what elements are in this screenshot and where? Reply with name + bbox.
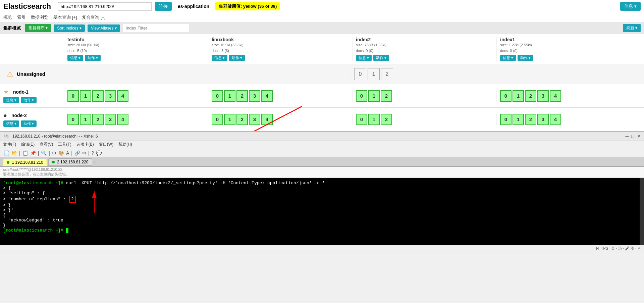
menu-tools[interactable]: 工具(T) — [58, 142, 71, 147]
index2-action-button[interactable]: 动作 ▾ — [373, 55, 389, 61]
shard-box[interactable]: 0 — [500, 90, 512, 102]
tb-icon-paste[interactable]: 📌 — [30, 150, 37, 156]
index-filter-input[interactable] — [123, 24, 190, 32]
shard-box[interactable]: 1 — [224, 114, 235, 125]
tb-icon-help[interactable]: ? — [91, 150, 95, 156]
term-line-1: [root@elasticsearch ~]# curl -XPUT 'http… — [3, 181, 641, 186]
term-prompt-1: [root@elasticsearch ~]# — [3, 181, 66, 186]
shard-box[interactable]: 4 — [261, 114, 273, 125]
tb-icon-copy[interactable]: 📋 — [22, 150, 29, 156]
menu-edit[interactable]: 编辑(E) — [21, 142, 35, 147]
nav-data-browse[interactable]: 数据浏览 — [31, 14, 48, 20]
shard-box[interactable]: 1 — [80, 114, 91, 125]
xshell-tab-2[interactable]: 2 192.168.81.220 — [48, 158, 92, 166]
menu-view[interactable]: 查看(V) — [40, 142, 53, 147]
refresh-button[interactable]: 刷新 ▾ — [623, 24, 641, 32]
shard-box[interactable]: 4 — [550, 114, 561, 125]
shard-box[interactable]: 3 — [537, 90, 549, 102]
node1-info-button[interactable]: 信息 ▾ — [3, 97, 19, 103]
shard-box[interactable]: 0 — [500, 114, 512, 125]
shard-box[interactable]: 1 — [368, 90, 380, 102]
shard-box[interactable]: 0 — [67, 114, 79, 125]
shard-box[interactable]: 1 — [80, 90, 91, 102]
shard-box[interactable]: 3 — [105, 114, 116, 125]
node2-action-button[interactable]: 动作 ▾ — [21, 120, 37, 127]
connect-button[interactable]: 连接 — [155, 2, 172, 11]
shard-box[interactable]: 0 — [67, 90, 79, 102]
shard-box[interactable]: 2 — [525, 90, 536, 102]
url-input[interactable] — [58, 2, 152, 11]
tb-icon-disconnect[interactable]: ✂ — [82, 150, 87, 156]
cluster-sort-button[interactable]: 集群排序 ▾ — [25, 24, 51, 32]
testinfo-action-button[interactable]: 动作 ▾ — [85, 55, 101, 61]
tb-icon-search[interactable]: 🔍 — [40, 150, 47, 156]
terminal-scrollbar[interactable] — [640, 178, 644, 245]
menu-file[interactable]: 文件(F) — [3, 142, 16, 147]
index1-info-button[interactable]: 信息 ▾ — [500, 55, 516, 61]
testinfo-info-button[interactable]: 信息 ▾ — [67, 55, 83, 61]
node2-info-button[interactable]: 信息 ▾ — [3, 120, 19, 127]
linuxbook-info-button[interactable]: 信息 ▾ — [212, 55, 227, 61]
shard-box[interactable]: 2 — [92, 90, 104, 102]
tb-icon-settings[interactable]: ⚙ — [51, 150, 57, 156]
shard-box[interactable]: 0 — [212, 114, 223, 125]
shard-box[interactable]: 2 — [525, 114, 536, 125]
shard-box[interactable]: 1 — [224, 90, 235, 102]
shard-box[interactable]: 0 — [356, 114, 367, 125]
unassigned-shard-1[interactable]: 1 — [368, 68, 380, 80]
tb-icon-chat[interactable]: 💬 — [95, 150, 102, 156]
nav-overview[interactable]: 概览 — [3, 14, 12, 20]
shard-box[interactable]: 1 — [513, 90, 524, 102]
tb-icon-color[interactable]: 🎨 — [58, 150, 65, 156]
term-line-3: > "settings" : { — [3, 191, 641, 196]
shard-box[interactable]: 2 — [381, 114, 392, 125]
linuxbook-action-button[interactable]: 动作 ▾ — [229, 55, 245, 61]
unassigned-shard-0[interactable]: 0 — [354, 68, 366, 80]
shard-box[interactable]: 0 — [356, 90, 367, 102]
shard-box[interactable]: 2 — [92, 114, 104, 125]
minimize-icon[interactable]: ─ — [626, 134, 629, 139]
menu-tabs[interactable]: 选项卡(B) — [76, 142, 94, 147]
nav-index[interactable]: 索引 — [17, 14, 26, 20]
maximize-icon[interactable]: □ — [632, 134, 634, 139]
node1-action-button[interactable]: 动作 ▾ — [21, 97, 37, 103]
unassigned-shard-2[interactable]: 2 — [381, 68, 393, 80]
shard-box[interactable]: 3 — [537, 114, 549, 125]
shard-box[interactable]: 2 — [381, 90, 392, 102]
tb-icon-connect[interactable]: 🔗 — [74, 150, 81, 156]
shard-box[interactable]: 1 — [368, 114, 380, 125]
shard-box[interactable]: 4 — [550, 90, 561, 102]
shard-box[interactable]: 1 — [513, 114, 524, 125]
index2-info-button[interactable]: 信息 ▾ — [356, 55, 372, 61]
shard-box[interactable]: 2 — [236, 114, 248, 125]
shard-box[interactable]: 2 — [236, 90, 248, 102]
tab-add-button[interactable]: + — [94, 159, 97, 165]
menu-window[interactable]: 窗口(W) — [99, 142, 113, 147]
shard-box[interactable]: 4 — [261, 90, 273, 102]
xshell-terminal[interactable]: [root@elasticsearch ~]# curl -XPUT 'http… — [0, 178, 644, 245]
tb-icon-new[interactable]: 📄 — [3, 150, 10, 156]
shard-box[interactable]: 3 — [105, 90, 116, 102]
tb-icon-font[interactable]: A — [65, 150, 70, 156]
sort-indices-button[interactable]: Sort Indices ▾ — [54, 24, 85, 32]
shard-box[interactable]: 4 — [117, 90, 128, 102]
ssh-info: ssh://root:******@192.168.81.210:22 — [3, 167, 641, 171]
tb-separator: | — [18, 150, 21, 156]
menu-help[interactable]: 帮助(H) — [118, 142, 132, 147]
node2-info: ● node-2 信息 ▾ 动作 ▾ — [3, 112, 64, 127]
shard-box[interactable]: 4 — [117, 114, 128, 125]
shard-box[interactable]: 0 — [212, 90, 223, 102]
node1-index2-shards: 0 1 2 — [352, 90, 496, 102]
info-button[interactable]: 信息 ▾ — [620, 2, 641, 11]
index1-action-button[interactable]: 动作 ▾ — [518, 55, 533, 61]
tb-icon-open[interactable]: 📂 — [11, 150, 18, 156]
view-aliases-button[interactable]: View Aliases ▾ — [88, 24, 120, 32]
shard-box[interactable]: 3 — [249, 114, 260, 125]
close-icon[interactable]: ✕ — [637, 134, 641, 139]
node1-linuxbook-shards: 0 1 2 3 4 — [208, 90, 352, 102]
xshell-tab-1[interactable]: 1 192.168.81.210 — [3, 159, 47, 166]
nav-compound-query[interactable]: 复合查询 [+] — [82, 14, 105, 20]
shard-box[interactable]: 3 — [249, 90, 260, 102]
nav-basic-query[interactable]: 基本查询 [+] — [53, 14, 77, 20]
index-header-row: testinfo size: 28.0ki (56.1ki) docs: 5 (… — [0, 34, 644, 64]
